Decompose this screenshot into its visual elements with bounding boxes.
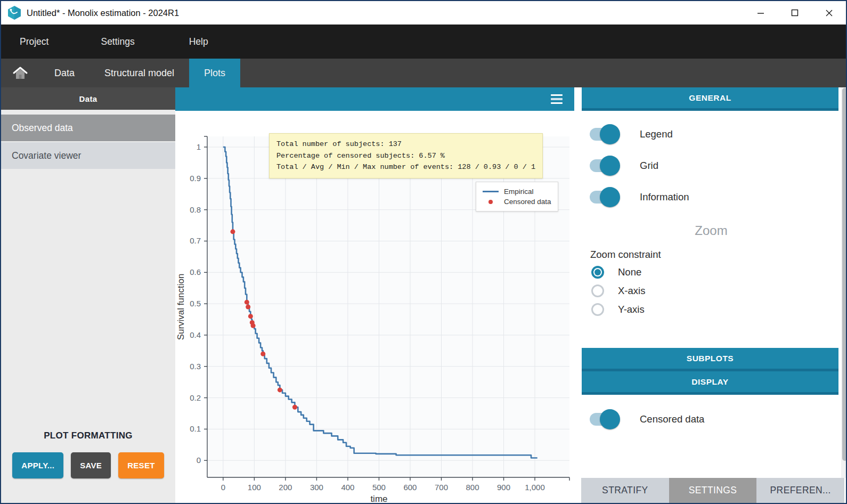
y-tick-label: 0.6 (190, 267, 201, 277)
grid-toggle[interactable] (590, 159, 617, 172)
window-controls (744, 1, 846, 25)
x-tick-label: 900 (497, 483, 510, 492)
x-tick-label: 100 (248, 483, 261, 492)
plot-area: 00.10.20.30.40.50.60.70.80.9101002003004… (175, 111, 574, 503)
legend-toggle-row: Legend (574, 118, 847, 150)
window-titlebar: Untitled* - Monolix estimation - 2024R1 (1, 1, 846, 25)
plot-formatting-buttons: APPLY... SAVE RESET (1, 452, 175, 478)
panel-scrollbar[interactable] (841, 87, 847, 478)
tab-strip: Data Structural model Plots (1, 59, 846, 87)
y-tick-label: 0.3 (190, 362, 201, 371)
x-tick-label: 300 (310, 483, 323, 492)
censored-data-toggle-row: Censored data (574, 403, 847, 435)
y-tick-label: 0.2 (190, 393, 201, 402)
x-tick-label: 500 (372, 483, 386, 492)
y-tick-label: 1 (197, 142, 201, 151)
home-tab[interactable] (1, 59, 39, 87)
toggle-label: Legend (640, 128, 673, 140)
censored-data-point (251, 323, 256, 328)
plots-sidebar: Data Observed data Covariate viewer PLOT… (1, 87, 175, 503)
y-tick-label: 0 (197, 456, 201, 465)
y-tick-label: 0.7 (190, 236, 201, 245)
display-section-header[interactable]: DISPLAY (582, 371, 838, 395)
radio-none[interactable] (591, 266, 604, 279)
x-tick-label: 700 (435, 483, 448, 492)
radio-x-axis[interactable] (591, 284, 604, 297)
menu-project[interactable]: Project (20, 31, 48, 53)
tab-preferences[interactable]: PREFEREN... (756, 478, 844, 503)
maximize-button[interactable] (778, 1, 812, 25)
toggle-label: Grid (640, 160, 658, 172)
legend-entry-censored: Censored data (483, 197, 551, 207)
toggle-label: Censored data (640, 413, 704, 425)
grid-toggle-row: Grid (574, 150, 847, 181)
x-tick-label: 1,000 (525, 483, 545, 492)
monolix-logo-icon (7, 5, 21, 20)
y-tick-label: 0.4 (190, 330, 201, 339)
censored-dot-swatch (483, 200, 499, 204)
tab-settings[interactable]: SETTINGS (669, 478, 757, 503)
y-tick-label: 0.5 (190, 299, 201, 308)
zoom-constraint-label: Zoom constraint (574, 249, 847, 263)
monolix-window: Untitled* - Monolix estimation - 2024R1 … (0, 0, 847, 504)
apply-button[interactable]: APPLY... (12, 452, 63, 478)
legend-toggle[interactable] (590, 128, 617, 141)
x-tick-label: 0 (221, 483, 225, 492)
legend-label: Censored data (504, 198, 551, 206)
censored-data-point (246, 305, 250, 310)
y-tick-label: 0.9 (190, 174, 201, 183)
y-axis-label: Survival function (176, 274, 186, 340)
zoom-constraint-xaxis-row: X-axis (574, 281, 847, 300)
information-toggle-row: Information (574, 181, 847, 213)
info-line: Total number of subjects: 137 (276, 139, 535, 150)
zoom-section-title: Zoom (574, 220, 847, 241)
radio-label: X-axis (618, 285, 645, 297)
plot-header-bar (175, 87, 574, 111)
save-button[interactable]: SAVE (71, 452, 111, 478)
main-content: Data Observed data Covariate viewer PLOT… (1, 87, 846, 503)
plot-info-box: Total number of subjects: 137 Percentage… (269, 133, 543, 178)
sidebar-item-covariate-viewer[interactable]: Covariate viewer (1, 142, 175, 169)
x-tick-label: 800 (466, 483, 479, 492)
legend-label: Empirical (504, 188, 534, 196)
y-tick-label: 0.8 (190, 205, 201, 214)
window-title: Untitled* - Monolix estimation - 2024R1 (27, 8, 179, 18)
x-tick-label: 400 (341, 483, 354, 492)
tab-stratify[interactable]: STRATIFY (581, 478, 669, 503)
toggle-label: Information (640, 191, 689, 203)
censored-data-point (248, 314, 253, 319)
censored-data-point (245, 300, 249, 305)
censored-data-point (260, 352, 265, 356)
home-icon (12, 66, 29, 80)
x-tick-label: 200 (279, 483, 292, 492)
information-toggle[interactable] (590, 191, 617, 204)
info-line: Percentage of censored subjects: 6.57 % (276, 150, 535, 162)
close-button[interactable] (812, 1, 846, 25)
sidebar-item-observed-data[interactable]: Observed data (1, 115, 175, 141)
censored-data-toggle[interactable] (590, 413, 617, 426)
subplots-section-header[interactable]: SUBPLOTS (582, 348, 838, 371)
minimize-button[interactable] (744, 1, 778, 25)
reset-button[interactable]: RESET (118, 452, 164, 478)
censored-data-point (292, 405, 297, 410)
tab-structural-model[interactable]: Structural model (89, 59, 189, 87)
menu-help[interactable]: Help (189, 31, 208, 53)
info-line: Total / Avg / Min / Max number of events… (276, 161, 535, 173)
plot-legend: Empirical Censored data (476, 182, 558, 212)
tab-data[interactable]: Data (39, 59, 89, 87)
radio-label: None (618, 266, 641, 278)
zoom-constraint-yaxis-row: Y-axis (574, 300, 847, 319)
empirical-line-swatch (483, 191, 499, 192)
scrollbar-thumb[interactable] (842, 88, 847, 461)
settings-panel: GENERAL Legend Grid Information Zoom Zoo… (574, 87, 847, 503)
panel-bottom-tabs: STRATIFY SETTINGS PREFEREN... (581, 478, 844, 503)
censored-data-point (230, 229, 235, 234)
plot-formatting-title: PLOT FORMATTING (1, 430, 175, 441)
menu-bar: Project Settings Help (1, 25, 846, 59)
legend-entry-empirical: Empirical (483, 186, 551, 197)
plot-menu-icon[interactable] (551, 94, 563, 104)
menu-settings[interactable]: Settings (101, 31, 134, 53)
general-section-header[interactable]: GENERAL (582, 87, 838, 111)
radio-y-axis[interactable] (591, 303, 604, 316)
tab-plots[interactable]: Plots (189, 59, 240, 87)
